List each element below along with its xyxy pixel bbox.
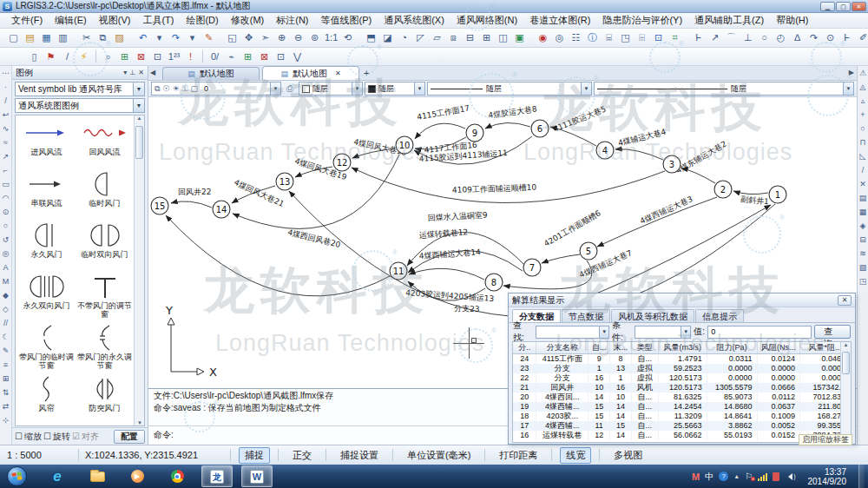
layers-tool-icon[interactable]: ≡ (0, 358, 12, 372)
column-header-4[interactable]: 类型 (631, 342, 658, 354)
scrollbar-thumb[interactable] (135, 126, 143, 159)
branch-edge-18[interactable] (409, 268, 484, 280)
plus-tool-icon[interactable]: + (857, 108, 868, 122)
map-tool-1-icon[interactable]: ⬒ (364, 30, 378, 45)
tab-scroll-right-icon[interactable]: ▶ (849, 69, 854, 76)
results-close-icon[interactable]: ✕ (838, 295, 852, 306)
branch-edge-13[interactable] (597, 197, 717, 247)
distribute-v-tool-icon[interactable]: ⇅ (0, 386, 12, 399)
branch-edge-8[interactable] (615, 149, 663, 160)
find-select[interactable]: ▼ (536, 326, 609, 339)
menu-item-0[interactable]: 文件(F) (5, 13, 49, 28)
legend-item[interactable]: 带风门的临时调节窗 (17, 322, 76, 373)
grid-edit-icon[interactable]: ⌗ (667, 30, 682, 45)
line-color-select[interactable]: 随层 ▼ (365, 82, 425, 96)
input-method-icon[interactable]: M (692, 472, 700, 482)
paste-note-icon[interactable]: ⌹ (635, 30, 649, 45)
circle-center-tool-icon[interactable]: ⊙ (0, 205, 12, 219)
table-row[interactable]: 174煤西辅...1115自...25.56633.88620.005299.3… (513, 421, 851, 431)
measure-dot-icon[interactable]: ⊙ (823, 30, 838, 45)
branch-edge-6[interactable] (485, 122, 530, 129)
zoom-search-icon[interactable]: ⌕ (101, 49, 115, 64)
corner-tool-icon[interactable]: ⌐ (0, 163, 12, 177)
line-width-select[interactable]: 随层 ▼ (594, 82, 854, 96)
dots-tool-icon[interactable]: ⋯ (0, 66, 12, 80)
select-icon[interactable]: ➣ (258, 30, 273, 45)
show-hidden-icons[interactable]: ▲ (733, 473, 740, 479)
word-icon[interactable]: W (241, 465, 273, 487)
zoom-out-icon[interactable]: ⊖ (291, 30, 306, 45)
flag-icon[interactable]: ⚑ (43, 49, 58, 64)
volume-icon[interactable]: ) (785, 473, 795, 480)
measure-line-icon[interactable]: ↗ (707, 30, 722, 45)
minus-box-tool-icon[interactable]: ⊟ (857, 233, 868, 247)
area-r-icon[interactable]: ⊡ (273, 49, 288, 64)
layer-copy-icon[interactable]: ⧉ (155, 84, 160, 93)
table-row[interactable]: 194煤西辅...1514自...14.245414.86800.0637211… (513, 402, 851, 412)
menu-item-6[interactable]: 标注(N) (270, 13, 314, 28)
zoom-in-icon[interactable]: ⊕ (274, 30, 289, 45)
junction-node-12[interactable]: 12 (333, 154, 351, 171)
measure-perp-icon[interactable]: ⊥ (740, 30, 755, 45)
collapse-icon[interactable]: ⋁ (290, 49, 305, 64)
column-header-0[interactable]: 分.. (513, 342, 536, 354)
triangle-tool-icon[interactable]: ▵ (857, 94, 868, 108)
list-tool-icon[interactable]: ▤ (857, 191, 868, 205)
legend-item[interactable]: 风帘 (17, 373, 76, 425)
lightning-icon[interactable]: ⚡ (76, 49, 91, 64)
new-file-icon[interactable]: ▢ (6, 30, 21, 45)
clipboard-icon[interactable]: ▯ (27, 49, 42, 64)
legend-item[interactable]: 临时双向风门 (76, 220, 134, 271)
column-header-5[interactable]: 风量(m3/s) (658, 342, 707, 354)
legend-scrollbar[interactable]: ▲▼ (134, 115, 144, 425)
legend-item[interactable]: 永久风门 (17, 220, 76, 271)
rect-add-icon[interactable]: ⊞ (117, 49, 132, 64)
bridge-tool-icon[interactable]: ⊓ (857, 135, 868, 149)
ring-icon[interactable]: ◎ (552, 30, 567, 45)
rotate-tool-icon[interactable]: ↺ (0, 233, 12, 247)
menu-item-1[interactable]: 编辑(E) (49, 13, 93, 28)
branch-edge-4[interactable] (415, 123, 465, 139)
measure-pen-icon[interactable]: ✐ (856, 30, 868, 45)
legend-category-select[interactable]: 通风系统图图例 ▼ (15, 98, 145, 113)
results-scrollbar[interactable]: ▲▼ (840, 342, 851, 442)
tag-icon[interactable]: ⌁ (224, 49, 239, 64)
waves-tool-icon[interactable]: ≋ (857, 247, 868, 260)
undo-dropdown-icon[interactable]: ▾ (152, 30, 167, 45)
format-brush-icon[interactable]: ✎ (201, 30, 216, 45)
edit-note-icon[interactable]: ◳ (618, 30, 633, 45)
layer-box-icon[interactable]: ▢ (190, 84, 198, 93)
point-tool-icon[interactable]: · (0, 80, 12, 94)
statusbar-toggle-4[interactable]: 打印距离 (493, 447, 543, 464)
statusbar-toggle-6[interactable]: 多视图 (608, 447, 648, 464)
measure-curve-icon[interactable]: ↷ (806, 30, 821, 45)
menu-item-5[interactable]: 修改(M) (225, 13, 271, 28)
condition-select[interactable]: ▼ (635, 326, 692, 339)
map-tool-6-icon[interactable]: ⧈ (446, 30, 461, 45)
chevron-down-icon[interactable]: ▼ (270, 82, 280, 95)
security-alert-icon[interactable] (773, 472, 779, 481)
map-tool-8-icon[interactable]: ⊞ (479, 30, 494, 45)
column-header-2[interactable]: 自... (589, 342, 610, 354)
internet-explorer-icon[interactable]: e (42, 465, 73, 487)
pin-icon[interactable]: ⊥ (129, 69, 135, 76)
statusbar-toggle-0[interactable]: 捕捉 (239, 447, 270, 464)
layer-lock-icon[interactable]: ⚿ (182, 84, 188, 93)
rect-delete-icon[interactable]: ⊠ (134, 49, 148, 64)
save-file-icon[interactable]: ▦ (39, 30, 54, 45)
area-add-icon[interactable]: ⊞ (240, 49, 255, 64)
line-draw-icon[interactable]: / (60, 49, 75, 64)
menu-item-12[interactable]: 通风辅助工具(Z) (688, 13, 770, 28)
value-input[interactable] (707, 326, 812, 339)
prism-tool-icon[interactable]: ◬ (857, 80, 868, 94)
target-icon[interactable]: ◉ (536, 30, 550, 45)
gradient-tool-icon[interactable]: ◇ (0, 302, 12, 316)
area-delete-icon[interactable]: ⊠ (257, 49, 272, 64)
results-tab-1[interactable]: 节点数据 (562, 309, 610, 322)
new-tab-button[interactable]: + (364, 67, 369, 80)
junction-node-8[interactable]: 8 (485, 274, 503, 291)
menu-item-13[interactable]: 帮助(H) (770, 13, 814, 28)
parallel-tool-icon[interactable]: // (0, 316, 12, 330)
paste-icon[interactable]: ▨ (112, 30, 127, 45)
zoom-one-to-one-icon[interactable]: 1:1 (324, 30, 339, 45)
